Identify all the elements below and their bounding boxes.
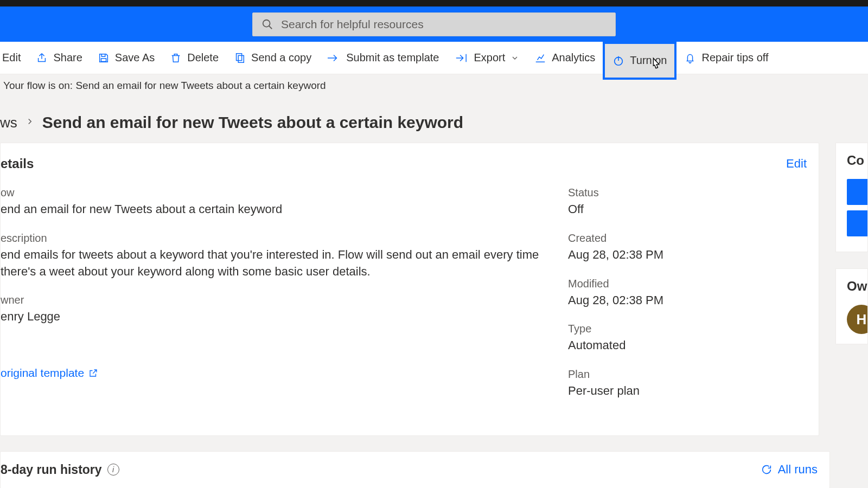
external-link-icon bbox=[88, 368, 98, 378]
connections-heading: Co bbox=[847, 153, 867, 168]
connection-tile[interactable] bbox=[847, 210, 868, 236]
export-button[interactable]: Export bbox=[446, 45, 527, 71]
repair-tips-button[interactable]: Repair tips off bbox=[676, 45, 776, 71]
details-heading: etails bbox=[1, 156, 34, 171]
delete-button[interactable]: Delete bbox=[162, 45, 226, 71]
plan-value: Per-user plan bbox=[568, 383, 807, 400]
description-label: escription bbox=[1, 232, 546, 245]
share-icon bbox=[36, 52, 48, 64]
search-icon bbox=[261, 18, 273, 30]
flow-status-message: Your flow is on: Send an email for new T… bbox=[0, 74, 868, 97]
all-runs-link[interactable]: All runs bbox=[761, 463, 818, 477]
search-input[interactable]: Search for helpful resources bbox=[252, 12, 616, 36]
details-card: etails Edit ow end an email for new Twee… bbox=[0, 143, 819, 436]
side-column: Co Ow H bbox=[835, 143, 868, 436]
type-value: Automated bbox=[568, 337, 807, 354]
chevron-down-icon bbox=[510, 54, 519, 62]
power-icon bbox=[612, 55, 624, 67]
export-icon bbox=[454, 52, 468, 64]
owners-card: Ow H bbox=[835, 268, 868, 344]
analytics-icon bbox=[534, 52, 546, 64]
owner-value: enry Legge bbox=[1, 309, 546, 325]
turn-on-button[interactable]: Turn on bbox=[603, 42, 676, 80]
created-value: Aug 28, 02:38 PM bbox=[568, 247, 807, 264]
breadcrumb-root[interactable]: ws bbox=[0, 114, 17, 131]
analytics-button[interactable]: Analytics bbox=[527, 45, 603, 71]
submit-template-button[interactable]: Submit as template bbox=[319, 45, 446, 71]
header-bar: Search for helpful resources bbox=[0, 7, 868, 42]
search-placeholder: Search for helpful resources bbox=[281, 18, 424, 31]
browser-top-strip bbox=[0, 0, 868, 7]
status-value: Off bbox=[568, 201, 807, 218]
info-icon[interactable]: i bbox=[107, 464, 119, 476]
copy-icon bbox=[234, 52, 246, 64]
description-value: end emails for tweets about a keyword th… bbox=[1, 247, 546, 280]
submit-icon bbox=[327, 52, 341, 64]
modified-value: Aug 28, 02:38 PM bbox=[568, 292, 807, 309]
trash-icon bbox=[170, 52, 182, 64]
svg-point-0 bbox=[263, 20, 270, 27]
save-as-button[interactable]: Save As bbox=[90, 45, 162, 71]
original-template-link[interactable]: original template bbox=[1, 367, 98, 380]
status-label: Status bbox=[568, 187, 807, 199]
modified-label: Modified bbox=[568, 278, 807, 290]
owner-avatar[interactable]: H bbox=[847, 305, 868, 334]
type-label: Type bbox=[568, 323, 807, 335]
run-history-title: 8-day run history bbox=[1, 463, 102, 477]
connection-tile[interactable] bbox=[847, 179, 868, 205]
chevron-right-icon bbox=[25, 117, 35, 129]
svg-rect-3 bbox=[237, 53, 242, 60]
refresh-icon bbox=[761, 464, 773, 476]
edit-button[interactable]: Edit bbox=[2, 45, 28, 71]
svg-rect-4 bbox=[238, 55, 244, 62]
owners-heading: Ow bbox=[847, 279, 867, 294]
save-icon bbox=[98, 52, 110, 64]
svg-line-1 bbox=[269, 25, 272, 29]
edit-details-link[interactable]: Edit bbox=[786, 157, 807, 171]
created-label: Created bbox=[568, 232, 807, 245]
page-title: Send an email for new Tweets about a cer… bbox=[42, 113, 463, 132]
svg-rect-2 bbox=[101, 58, 106, 61]
connections-card: Co bbox=[835, 143, 868, 252]
command-bar: Edit Share Save As Delete Send a copy Su… bbox=[0, 42, 868, 74]
breadcrumb: ws Send an email for new Tweets about a … bbox=[0, 97, 868, 143]
bell-icon bbox=[684, 52, 696, 64]
plan-label: Plan bbox=[568, 368, 807, 381]
flow-name-label: ow bbox=[1, 187, 546, 199]
share-button[interactable]: Share bbox=[28, 45, 90, 71]
flow-name-value: end an email for new Tweets about a cert… bbox=[1, 201, 546, 218]
owner-label: wner bbox=[1, 294, 546, 306]
run-history-card: 8-day run history i All runs bbox=[0, 451, 830, 488]
send-copy-button[interactable]: Send a copy bbox=[226, 45, 319, 71]
